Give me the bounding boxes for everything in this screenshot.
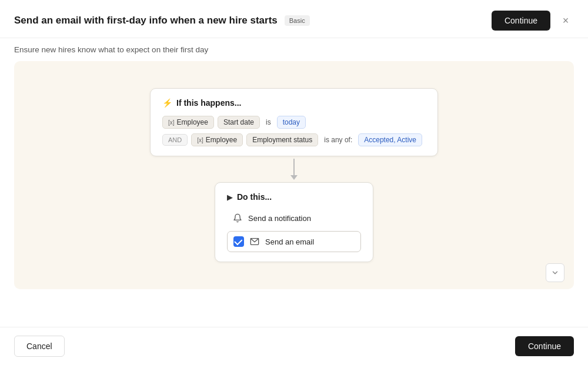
arrow-line: [293, 159, 295, 175]
subtitle-text: Ensure new hires know what to expect on …: [0, 38, 588, 61]
condition-row-1: [x] Employee Start date is today: [162, 116, 426, 129]
do-card-title: Do this...: [237, 192, 272, 202]
dialog-footer: Cancel Continue: [0, 327, 588, 365]
scroll-down-button[interactable]: [546, 263, 564, 282]
employee-tag-2: [x] Employee: [191, 133, 243, 146]
continue-button-top[interactable]: Continue: [492, 11, 550, 31]
employee-label-1: Employee: [177, 118, 208, 126]
notification-label: Send a notification: [248, 214, 311, 223]
employee-label-2: Employee: [206, 136, 237, 144]
bell-icon: [233, 213, 242, 223]
badge-basic: Basic: [285, 15, 310, 26]
action-email[interactable]: Send an email: [227, 231, 361, 252]
lightning-icon: ⚡: [162, 98, 172, 108]
workflow-diagram: ⚡ If this happens... [x] Employee Start …: [150, 88, 438, 262]
employee-tag-1: [x] Employee: [162, 116, 214, 129]
if-card-title: If this happens...: [176, 98, 241, 108]
header-left: Send an email with first-day info when a…: [14, 15, 310, 26]
play-icon: ▶: [227, 193, 233, 202]
employment-status-tag: Employment status: [246, 133, 318, 146]
do-card: ▶ Do this... Send a notification: [215, 182, 373, 262]
is-any-of-label: is any of:: [322, 134, 355, 146]
action-notification[interactable]: Send a notification: [227, 209, 361, 227]
dialog-header: Send an email with first-day info when a…: [0, 0, 588, 38]
dialog-title: Send an email with first-day info when a…: [14, 15, 278, 26]
if-card-header: ⚡ If this happens...: [162, 98, 426, 108]
arrow-head: [290, 175, 298, 180]
if-card: ⚡ If this happens... [x] Employee Start …: [150, 88, 438, 156]
condition-row-2: AND [x] Employee Employment status is an…: [162, 133, 426, 146]
start-date-tag: Start date: [218, 116, 260, 129]
start-date-label: Start date: [223, 118, 254, 126]
workflow-canvas: ⚡ If this happens... [x] Employee Start …: [14, 61, 574, 289]
email-label: Send an email: [265, 237, 314, 246]
employee-icon-1: [x]: [168, 119, 175, 126]
employee-icon-2: [x]: [197, 137, 203, 143]
mail-icon: [250, 237, 259, 246]
close-button[interactable]: ×: [557, 12, 574, 29]
and-connector: AND: [162, 134, 188, 146]
continue-button-bottom[interactable]: Continue: [515, 336, 574, 356]
today-value: today: [277, 116, 306, 129]
accepted-active-value: Accepted, Active: [358, 133, 422, 146]
email-checkbox[interactable]: [233, 236, 244, 247]
cancel-button[interactable]: Cancel: [14, 336, 65, 357]
is-label-1: is: [263, 116, 273, 128]
arrow-connector: [290, 156, 298, 182]
do-card-header: ▶ Do this...: [227, 192, 361, 202]
employment-status-label: Employment status: [252, 136, 312, 144]
